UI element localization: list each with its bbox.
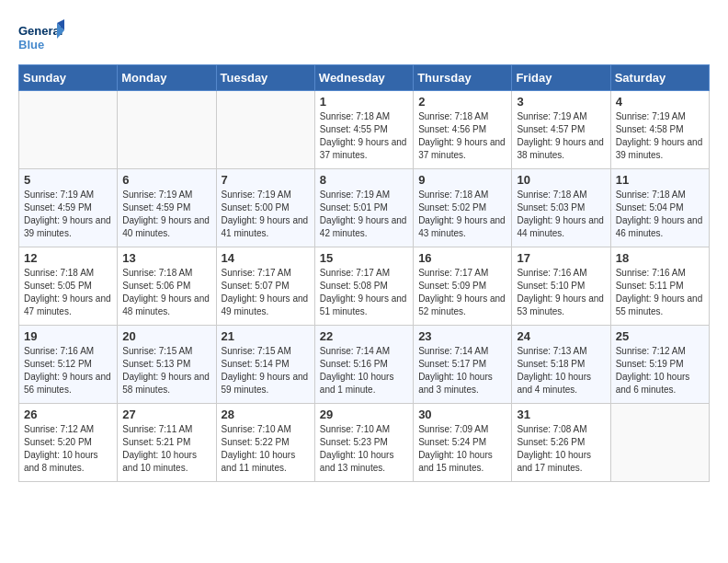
calendar-cell: 26Sunrise: 7:12 AM Sunset: 5:20 PM Dayli… xyxy=(19,404,118,482)
calendar-cell: 13Sunrise: 7:18 AM Sunset: 5:06 PM Dayli… xyxy=(118,247,216,326)
day-info: Sunrise: 7:09 AM Sunset: 5:24 PM Dayligh… xyxy=(418,423,506,475)
day-number: 19 xyxy=(24,329,112,343)
day-info: Sunrise: 7:19 AM Sunset: 5:01 PM Dayligh… xyxy=(320,189,408,240)
day-number: 22 xyxy=(320,329,408,343)
day-info: Sunrise: 7:10 AM Sunset: 5:23 PM Dayligh… xyxy=(320,423,408,475)
day-info: Sunrise: 7:17 AM Sunset: 5:07 PM Dayligh… xyxy=(222,267,310,318)
day-info: Sunrise: 7:19 AM Sunset: 4:58 PM Dayligh… xyxy=(616,110,704,162)
weekday-header-tuesday: Tuesday xyxy=(216,65,314,91)
day-info: Sunrise: 7:12 AM Sunset: 5:19 PM Dayligh… xyxy=(616,345,704,396)
day-number: 7 xyxy=(222,173,310,187)
day-number: 11 xyxy=(616,173,704,187)
day-number: 16 xyxy=(418,251,506,265)
day-info: Sunrise: 7:14 AM Sunset: 5:16 PM Dayligh… xyxy=(320,345,408,396)
calendar-cell: 5Sunrise: 7:19 AM Sunset: 4:59 PM Daylig… xyxy=(19,169,118,247)
calendar-table: SundayMondayTuesdayWednesdayThursdayFrid… xyxy=(18,64,710,482)
calendar-cell: 21Sunrise: 7:15 AM Sunset: 5:14 PM Dayli… xyxy=(216,326,314,404)
week-row-0: 1Sunrise: 7:18 AM Sunset: 4:55 PM Daylig… xyxy=(19,91,710,169)
day-info: Sunrise: 7:18 AM Sunset: 5:06 PM Dayligh… xyxy=(122,267,210,318)
day-number: 5 xyxy=(24,173,112,187)
day-info: Sunrise: 7:14 AM Sunset: 5:17 PM Dayligh… xyxy=(418,345,506,396)
calendar-cell: 2Sunrise: 7:18 AM Sunset: 4:56 PM Daylig… xyxy=(414,91,512,169)
header: GeneralBlue xyxy=(18,18,710,55)
calendar-cell: 10Sunrise: 7:18 AM Sunset: 5:03 PM Dayli… xyxy=(512,169,610,247)
day-number: 6 xyxy=(122,173,210,187)
calendar-cell: 1Sunrise: 7:18 AM Sunset: 4:55 PM Daylig… xyxy=(314,91,413,169)
day-number: 25 xyxy=(616,329,704,343)
day-number: 20 xyxy=(122,329,210,343)
day-info: Sunrise: 7:19 AM Sunset: 4:59 PM Dayligh… xyxy=(122,189,210,240)
day-info: Sunrise: 7:15 AM Sunset: 5:14 PM Dayligh… xyxy=(222,345,310,396)
day-number: 23 xyxy=(418,329,506,343)
calendar-cell: 22Sunrise: 7:14 AM Sunset: 5:16 PM Dayli… xyxy=(314,326,413,404)
day-number: 31 xyxy=(517,408,605,421)
calendar-cell: 17Sunrise: 7:16 AM Sunset: 5:10 PM Dayli… xyxy=(512,247,610,326)
calendar-cell: 16Sunrise: 7:17 AM Sunset: 5:09 PM Dayli… xyxy=(414,247,512,326)
day-info: Sunrise: 7:16 AM Sunset: 5:11 PM Dayligh… xyxy=(616,267,704,318)
day-number: 10 xyxy=(517,173,605,187)
logo: GeneralBlue xyxy=(18,18,64,55)
day-info: Sunrise: 7:17 AM Sunset: 5:09 PM Dayligh… xyxy=(418,267,506,318)
week-row-4: 26Sunrise: 7:12 AM Sunset: 5:20 PM Dayli… xyxy=(19,404,710,482)
calendar-cell: 18Sunrise: 7:16 AM Sunset: 5:11 PM Dayli… xyxy=(610,247,709,326)
calendar-cell: 28Sunrise: 7:10 AM Sunset: 5:22 PM Dayli… xyxy=(216,404,314,482)
calendar-cell: 19Sunrise: 7:16 AM Sunset: 5:12 PM Dayli… xyxy=(19,326,118,404)
day-info: Sunrise: 7:15 AM Sunset: 5:13 PM Dayligh… xyxy=(122,345,210,396)
calendar-cell xyxy=(610,404,709,482)
weekday-header-wednesday: Wednesday xyxy=(314,65,413,91)
day-info: Sunrise: 7:17 AM Sunset: 5:08 PM Dayligh… xyxy=(320,267,408,318)
calendar-cell: 30Sunrise: 7:09 AM Sunset: 5:24 PM Dayli… xyxy=(414,404,512,482)
day-info: Sunrise: 7:11 AM Sunset: 5:21 PM Dayligh… xyxy=(122,423,210,475)
day-info: Sunrise: 7:13 AM Sunset: 5:18 PM Dayligh… xyxy=(517,345,605,396)
calendar-cell: 25Sunrise: 7:12 AM Sunset: 5:19 PM Dayli… xyxy=(610,326,709,404)
day-number: 17 xyxy=(517,251,605,265)
day-info: Sunrise: 7:16 AM Sunset: 5:10 PM Dayligh… xyxy=(517,267,605,318)
day-info: Sunrise: 7:19 AM Sunset: 4:57 PM Dayligh… xyxy=(517,110,605,162)
calendar-cell: 4Sunrise: 7:19 AM Sunset: 4:58 PM Daylig… xyxy=(610,91,709,169)
calendar-cell: 3Sunrise: 7:19 AM Sunset: 4:57 PM Daylig… xyxy=(512,91,610,169)
calendar-cell xyxy=(19,91,118,169)
day-number: 24 xyxy=(517,329,605,343)
day-number: 26 xyxy=(24,408,112,421)
day-info: Sunrise: 7:18 AM Sunset: 4:55 PM Dayligh… xyxy=(320,110,408,162)
week-row-3: 19Sunrise: 7:16 AM Sunset: 5:12 PM Dayli… xyxy=(19,326,710,404)
day-info: Sunrise: 7:18 AM Sunset: 4:56 PM Dayligh… xyxy=(418,110,506,162)
day-number: 9 xyxy=(418,173,506,187)
weekday-header-thursday: Thursday xyxy=(414,65,512,91)
calendar-cell xyxy=(216,91,314,169)
calendar-cell: 29Sunrise: 7:10 AM Sunset: 5:23 PM Dayli… xyxy=(314,404,413,482)
calendar-cell: 20Sunrise: 7:15 AM Sunset: 5:13 PM Dayli… xyxy=(118,326,216,404)
day-info: Sunrise: 7:18 AM Sunset: 5:05 PM Dayligh… xyxy=(24,267,112,318)
calendar-cell: 23Sunrise: 7:14 AM Sunset: 5:17 PM Dayli… xyxy=(414,326,512,404)
day-number: 27 xyxy=(122,408,210,421)
day-number: 28 xyxy=(222,408,310,421)
weekday-header-friday: Friday xyxy=(512,65,610,91)
day-number: 13 xyxy=(122,251,210,265)
week-row-1: 5Sunrise: 7:19 AM Sunset: 4:59 PM Daylig… xyxy=(19,169,710,247)
day-number: 3 xyxy=(517,95,605,109)
weekday-header-saturday: Saturday xyxy=(610,65,709,91)
calendar-cell: 11Sunrise: 7:18 AM Sunset: 5:04 PM Dayli… xyxy=(610,169,709,247)
day-number: 1 xyxy=(320,95,408,109)
week-row-2: 12Sunrise: 7:18 AM Sunset: 5:05 PM Dayli… xyxy=(19,247,710,326)
calendar-cell: 24Sunrise: 7:13 AM Sunset: 5:18 PM Dayli… xyxy=(512,326,610,404)
day-info: Sunrise: 7:12 AM Sunset: 5:20 PM Dayligh… xyxy=(24,423,112,475)
weekday-header-monday: Monday xyxy=(118,65,216,91)
day-info: Sunrise: 7:19 AM Sunset: 5:00 PM Dayligh… xyxy=(222,189,310,240)
calendar-cell: 6Sunrise: 7:19 AM Sunset: 4:59 PM Daylig… xyxy=(118,169,216,247)
day-number: 21 xyxy=(222,329,310,343)
day-info: Sunrise: 7:16 AM Sunset: 5:12 PM Dayligh… xyxy=(24,345,112,396)
day-number: 30 xyxy=(418,408,506,421)
svg-text:Blue: Blue xyxy=(18,38,44,52)
day-number: 8 xyxy=(320,173,408,187)
day-info: Sunrise: 7:18 AM Sunset: 5:03 PM Dayligh… xyxy=(517,189,605,240)
svg-text:General: General xyxy=(18,24,63,38)
day-info: Sunrise: 7:08 AM Sunset: 5:26 PM Dayligh… xyxy=(517,423,605,475)
day-number: 2 xyxy=(418,95,506,109)
calendar-cell: 14Sunrise: 7:17 AM Sunset: 5:07 PM Dayli… xyxy=(216,247,314,326)
logo-svg: GeneralBlue xyxy=(18,18,64,55)
day-number: 15 xyxy=(320,251,408,265)
day-info: Sunrise: 7:18 AM Sunset: 5:04 PM Dayligh… xyxy=(616,189,704,240)
day-number: 18 xyxy=(616,251,704,265)
weekday-header-row: SundayMondayTuesdayWednesdayThursdayFrid… xyxy=(19,65,710,91)
